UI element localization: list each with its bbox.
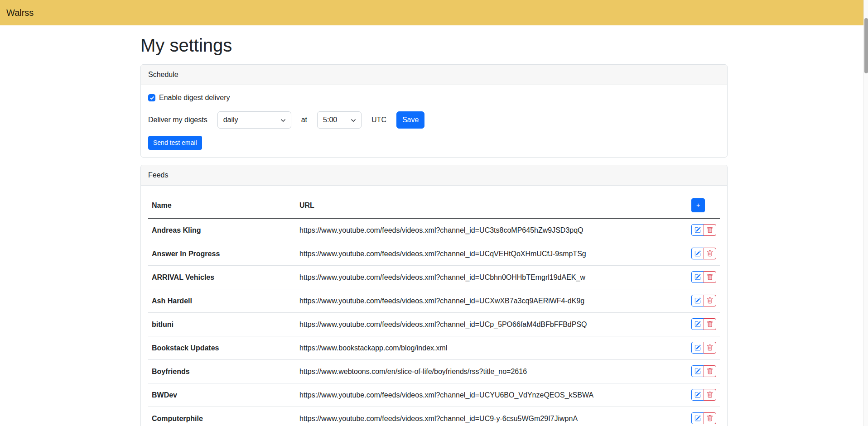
feed-row: Boyfriends https://www.webtoons.com/en/s…	[148, 360, 720, 383]
feed-url: https://www.youtube.com/feeds/videos.xml…	[296, 313, 688, 336]
feed-row: Answer In Progress https://www.youtube.c…	[148, 242, 720, 266]
feed-actions	[691, 295, 716, 306]
schedule-card-body: Enable digest delivery Deliver my digest…	[141, 85, 727, 157]
edit-feed-button[interactable]	[691, 365, 704, 377]
feeds-table: Name URL + Andreas Kling https://www.you…	[148, 193, 720, 426]
delete-feed-button[interactable]	[704, 248, 716, 259]
feed-url: https://www.bookstackapp.com/blog/index.…	[296, 336, 688, 360]
edit-feed-button[interactable]	[691, 389, 704, 401]
column-header-url: URL	[296, 193, 688, 218]
feed-actions	[691, 365, 716, 377]
frequency-select[interactable]: daily	[217, 111, 291, 129]
feed-url: https://www.youtube.com/feeds/videos.xml…	[296, 407, 688, 426]
scrollbar-thumb[interactable]	[864, 18, 868, 73]
edit-feed-button[interactable]	[691, 412, 704, 424]
check-icon	[149, 96, 154, 101]
feed-name: Bookstack Updates	[148, 336, 296, 360]
feed-row: Ash Hardell https://www.youtube.com/feed…	[148, 289, 720, 313]
app-brand[interactable]: Walrss	[6, 6, 34, 19]
feed-url: https://www.youtube.com/feeds/videos.xml…	[296, 218, 688, 242]
delete-feed-button[interactable]	[704, 389, 716, 401]
feed-actions	[691, 248, 716, 259]
schedule-card-header: Schedule	[141, 65, 727, 85]
feeds-card-header: Feeds	[141, 165, 727, 186]
pencil-square-icon	[694, 415, 701, 421]
pencil-square-icon	[694, 227, 701, 233]
feed-actions	[691, 318, 716, 330]
feeds-card-body: Name URL + Andreas Kling https://www.you…	[141, 186, 727, 426]
enable-digest-label[interactable]: Enable digest delivery	[159, 92, 230, 103]
add-feed-button[interactable]: +	[691, 198, 705, 212]
feed-actions	[691, 342, 716, 354]
edit-feed-button[interactable]	[691, 295, 704, 306]
feed-name: Answer In Progress	[148, 242, 296, 266]
feed-url: https://www.youtube.com/feeds/videos.xml…	[296, 383, 688, 407]
delete-feed-button[interactable]	[704, 412, 716, 424]
feeds-table-body: Andreas Kling https://www.youtube.com/fe…	[148, 218, 720, 426]
edit-feed-button[interactable]	[691, 271, 704, 283]
page-title: My settings	[140, 34, 728, 56]
pencil-square-icon	[694, 274, 701, 280]
pencil-square-icon	[694, 345, 701, 351]
delete-feed-button[interactable]	[704, 342, 716, 354]
feed-url: https://www.youtube.com/feeds/videos.xml…	[296, 289, 688, 313]
feed-actions	[691, 412, 716, 424]
edit-feed-button[interactable]	[691, 342, 704, 354]
scrollbar[interactable]	[863, 0, 868, 426]
navbar: Walrss	[0, 0, 868, 25]
pencil-square-icon	[694, 297, 701, 304]
edit-feed-button[interactable]	[691, 224, 704, 236]
trash-icon	[707, 274, 713, 280]
delete-feed-button[interactable]	[704, 224, 716, 236]
save-button[interactable]: Save	[396, 111, 424, 129]
send-test-email-button[interactable]: Send test email	[148, 136, 202, 150]
column-header-name: Name	[148, 193, 296, 218]
delete-feed-button[interactable]	[704, 295, 716, 306]
edit-feed-button[interactable]	[691, 318, 704, 330]
chevron-down-icon	[280, 118, 286, 123]
feed-actions	[691, 271, 716, 283]
enable-digest-row: Enable digest delivery	[148, 92, 720, 103]
edit-feed-button[interactable]	[691, 248, 704, 259]
timezone-label: UTC	[371, 115, 386, 125]
trash-icon	[707, 368, 713, 374]
feed-row: Bookstack Updates https://www.bookstacka…	[148, 336, 720, 360]
trash-icon	[707, 321, 713, 327]
pencil-square-icon	[694, 368, 701, 374]
feed-url: https://www.youtube.com/feeds/videos.xml…	[296, 266, 688, 289]
trash-icon	[707, 297, 713, 304]
pencil-square-icon	[694, 321, 701, 327]
feed-row: ARRIVAL Vehicles https://www.youtube.com…	[148, 266, 720, 289]
feed-row: BWDev https://www.youtube.com/feeds/vide…	[148, 383, 720, 407]
feeds-card: Feeds Name URL + Andreas Kling https://w…	[140, 165, 728, 426]
feed-name: Andreas Kling	[148, 218, 296, 242]
feed-url: https://www.webtoons.com/en/slice-of-lif…	[296, 360, 688, 383]
digest-schedule-row: Deliver my digests daily at 5:00 UTC Sav…	[148, 111, 720, 129]
trash-icon	[707, 345, 713, 351]
pencil-square-icon	[694, 250, 701, 257]
schedule-card: Schedule Enable digest delivery Deliver …	[140, 64, 728, 158]
feed-name: Ash Hardell	[148, 289, 296, 313]
deliver-label: Deliver my digests	[148, 115, 207, 125]
time-select[interactable]: 5:00	[317, 111, 362, 129]
at-label: at	[301, 115, 307, 125]
chevron-down-icon	[351, 118, 356, 123]
main-content: My settings Schedule Enable digest deliv…	[135, 25, 733, 426]
feed-url: https://www.youtube.com/feeds/videos.xml…	[296, 242, 688, 266]
feed-name: Boyfriends	[148, 360, 296, 383]
feed-row: Andreas Kling https://www.youtube.com/fe…	[148, 218, 720, 242]
delete-feed-button[interactable]	[704, 271, 716, 283]
trash-icon	[707, 392, 713, 398]
feeds-table-header-row: Name URL +	[148, 193, 720, 218]
feed-name: ARRIVAL Vehicles	[148, 266, 296, 289]
time-value: 5:00	[323, 115, 337, 125]
feed-actions	[691, 389, 716, 401]
feed-name: bitluni	[148, 313, 296, 336]
feed-actions	[691, 224, 716, 236]
trash-icon	[707, 227, 713, 233]
feed-name: Computerphile	[148, 407, 296, 426]
enable-digest-checkbox[interactable]	[148, 94, 155, 101]
delete-feed-button[interactable]	[704, 318, 716, 330]
pencil-square-icon	[694, 392, 701, 398]
delete-feed-button[interactable]	[704, 365, 716, 377]
